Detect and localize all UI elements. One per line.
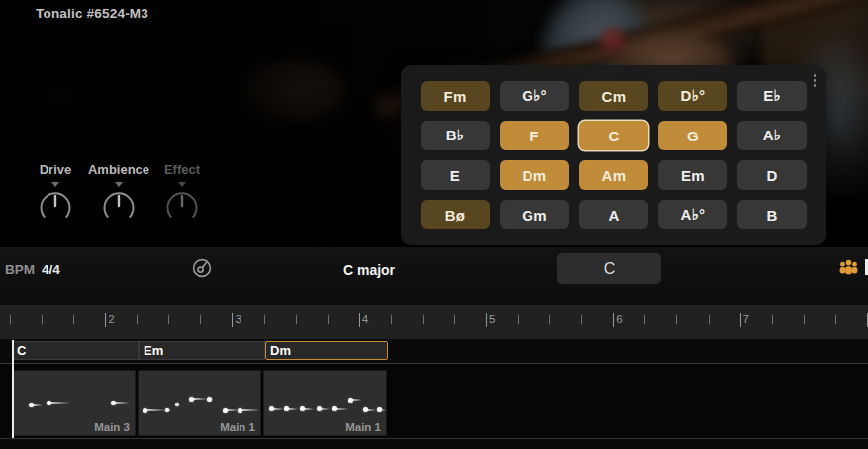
bpm-group[interactable]: BPM4/4 <box>5 262 60 277</box>
note-dot <box>189 397 194 402</box>
effect-knobs: DriveAmbienceEffect <box>26 162 212 224</box>
ruler-bar-tick <box>486 313 487 327</box>
chord-button-B♭[interactable]: B♭ <box>421 121 490 150</box>
note-dot <box>175 403 179 406</box>
chord-track: CEmDm <box>0 339 868 363</box>
ruler-bar-tick <box>740 313 741 327</box>
ruler-beat-tick <box>42 315 43 324</box>
chord-button-Em[interactable]: Em <box>658 160 727 190</box>
chord-button-G[interactable]: G <box>658 121 727 150</box>
knob-label: Effect <box>164 162 200 178</box>
chord-button-B[interactable]: B <box>737 200 807 229</box>
note-dot <box>332 406 337 411</box>
chord-button-A♭°[interactable]: A♭° <box>658 200 727 229</box>
chord-button-Dm[interactable]: Dm <box>500 160 569 190</box>
ruler-beat-tick <box>676 315 677 324</box>
knob-marker-icon <box>178 182 186 187</box>
note-dot <box>348 398 353 403</box>
ruler-beat-tick <box>73 315 74 324</box>
note-dot <box>377 407 382 412</box>
note-dot <box>47 401 51 405</box>
ruler-beat-tick <box>168 315 169 324</box>
ruler-beat-tick <box>804 315 805 324</box>
midi-clip-2[interactable]: Main 1 <box>138 370 261 436</box>
knob-ambience[interactable]: Ambience <box>89 162 148 224</box>
note-dot <box>143 408 147 413</box>
knob-effect: Effect <box>152 162 212 224</box>
note-dot <box>223 408 228 413</box>
chord-button-Bø[interactable]: Bø <box>421 200 490 229</box>
app-window: Tonalic #6524-M3 DriveAmbienceEffect FmG… <box>0 0 868 449</box>
people-icon[interactable] <box>838 259 859 276</box>
note-dot <box>363 407 368 412</box>
current-chord-button[interactable]: C <box>557 253 661 284</box>
chord-region-C[interactable]: C <box>12 341 139 360</box>
midi-clip-3[interactable]: Main 1 <box>263 370 387 436</box>
note-trail <box>48 402 69 404</box>
bpm-label: BPM <box>5 262 35 277</box>
transport-bar: BPM4/4 C major C <box>0 247 868 305</box>
chord-button-G♭°[interactable]: G♭° <box>500 81 569 111</box>
chord-region-Em[interactable]: Em <box>139 341 265 360</box>
ruler-bar-number: 7 <box>743 314 749 325</box>
ruler-bar-tick <box>232 313 233 327</box>
chord-button-Gm[interactable]: Gm <box>500 200 569 229</box>
ruler-beat-tick <box>835 315 836 324</box>
knob-drive[interactable]: Drive <box>26 162 85 224</box>
clips-track: Main 3Main 1Main 1 <box>0 364 868 438</box>
note-trail <box>145 409 167 411</box>
chord-region-Dm[interactable]: Dm <box>265 341 388 360</box>
timeline-ruler[interactable]: 234567 <box>0 305 868 339</box>
ruler-beat-tick <box>10 315 11 324</box>
ruler-beat-tick <box>391 315 392 324</box>
note-dot <box>29 403 34 407</box>
ruler-bar-number: 2 <box>108 314 114 325</box>
ruler-beat-tick <box>518 315 519 324</box>
note-dot <box>284 406 289 411</box>
knob-marker-icon <box>51 182 59 187</box>
chord-button-Am[interactable]: Am <box>579 160 648 190</box>
chord-button-E♭[interactable]: E♭ <box>737 81 807 111</box>
chord-button-Cm[interactable]: Cm <box>579 81 648 111</box>
ruler-beat-tick <box>644 315 645 324</box>
ruler-bar-number: 5 <box>489 314 495 325</box>
chord-button-A[interactable]: A <box>579 200 648 229</box>
chord-button-D[interactable]: D <box>737 160 807 190</box>
chord-button-F[interactable]: F <box>500 121 569 150</box>
chord-button-Fm[interactable]: Fm <box>421 81 490 111</box>
ruler-beat-tick <box>137 315 138 324</box>
metronome-icon[interactable] <box>191 257 213 279</box>
clip-label: Main 1 <box>220 421 255 433</box>
key-label: C major <box>327 262 412 278</box>
knob-label: Drive <box>40 162 72 178</box>
ruler-bar-number: 3 <box>235 314 241 325</box>
note-trail <box>241 409 260 411</box>
note-dot <box>300 406 305 411</box>
ruler-beat-tick <box>581 315 582 324</box>
chord-button-C[interactable]: C <box>579 121 648 150</box>
ruler-bar-tick <box>613 313 614 327</box>
clip-label: Main 3 <box>94 421 130 433</box>
note-dot <box>238 408 242 413</box>
playhead[interactable] <box>12 340 14 438</box>
knob-label: Ambience <box>88 162 149 178</box>
ruler-beat-tick <box>454 315 455 324</box>
midi-clip-1[interactable]: Main 3 <box>12 370 136 436</box>
chord-button-D♭°[interactable]: D♭° <box>658 81 727 111</box>
chord-button-E[interactable]: E <box>421 160 490 190</box>
chord-grid: FmG♭°CmD♭°E♭B♭FCGA♭EDmAmEmDBøGmAA♭°B <box>421 81 826 229</box>
note-dot <box>269 406 274 411</box>
project-title: Tonalic #6524-M3 <box>36 6 148 21</box>
ruler-bar-number: 4 <box>362 314 368 325</box>
time-signature[interactable]: 4/4 <box>42 262 60 277</box>
ruler-bar-number: 6 <box>616 314 622 325</box>
bottom-strip <box>0 439 868 449</box>
ruler-beat-tick <box>423 315 424 324</box>
note-dot <box>317 406 322 411</box>
kebab-menu-icon[interactable] <box>812 72 819 89</box>
chord-button-A♭[interactable]: A♭ <box>737 121 807 150</box>
ruler-beat-tick <box>296 315 297 324</box>
ruler-beat-tick <box>709 315 710 324</box>
ruler-beat-tick <box>200 315 201 324</box>
note-dot <box>165 408 169 412</box>
